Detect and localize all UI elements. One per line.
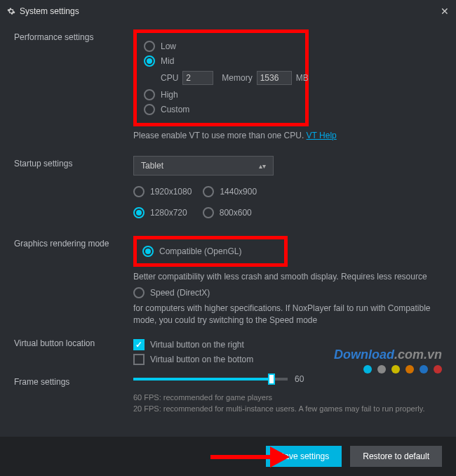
radio-high-label: High [161, 90, 178, 100]
speed-label: Speed (DirectX) [150, 288, 210, 298]
cpu-label: CPU [161, 73, 178, 83]
performance-label: Performance settings [14, 29, 133, 150]
window-title: System settings [20, 6, 79, 16]
memory-label: Memory [222, 73, 252, 83]
compatible-label: Compatible (OpenGL) [159, 246, 241, 256]
radio-res-1920[interactable] [133, 186, 145, 197]
vt-hint: Please enable VT to use more than one CP… [133, 131, 304, 140]
cpu-input[interactable] [182, 71, 213, 85]
radio-low[interactable] [144, 41, 155, 52]
watermark-dot [405, 365, 414, 373]
vb-bottom-label: Virtual button on the bottom [150, 355, 253, 364]
radio-high[interactable] [144, 89, 155, 100]
fps-note-60: 60 FPS: recommended for game players [133, 392, 442, 403]
radio-mid-label: Mid [161, 56, 174, 66]
chevron-updown-icon: ▴▾ [259, 162, 266, 170]
restore-button[interactable]: Restore to default [350, 446, 442, 467]
startup-select[interactable]: Tablet ▴▾ [133, 156, 274, 176]
watermark-dot [434, 365, 442, 373]
startup-selected: Tablet [141, 161, 163, 171]
titlebar: System settings ✕ [0, 0, 456, 22]
virtual-label: Virtual button location [14, 336, 133, 369]
performance-highlight-box: Low Mid CPU Memory MB High [133, 29, 309, 126]
res-1280-label: 1280x720 [150, 208, 187, 218]
watermark-dot [377, 365, 386, 373]
watermark-dot [391, 365, 400, 373]
radio-res-1440[interactable] [203, 186, 214, 197]
watermark-text2: .com.vn [394, 348, 442, 362]
gear-icon [7, 7, 15, 15]
watermark-dots [363, 365, 442, 373]
radio-custom[interactable] [144, 104, 155, 115]
radio-res-1280[interactable] [133, 207, 145, 218]
radio-custom-label: Custom [161, 105, 189, 114]
fps-note-20: 20 FPS: recommended for multi-instance u… [133, 404, 442, 414]
radio-mid[interactable] [144, 55, 155, 67]
startup-label: Startup settings [14, 156, 133, 230]
fps-slider[interactable] [133, 378, 288, 381]
radio-low-label: Low [161, 41, 176, 51]
memory-unit: MB [296, 73, 309, 83]
close-icon[interactable]: ✕ [441, 6, 449, 17]
graphics-label: Graphics rendering mode [14, 236, 133, 330]
save-button[interactable]: Save settings [266, 446, 342, 467]
speed-desc: for computers with higher specifications… [133, 303, 442, 326]
fps-value: 60 [295, 374, 304, 384]
compatible-desc: Better compatibility with less crash and… [133, 271, 442, 283]
radio-compatible[interactable] [142, 246, 154, 257]
graphics-highlight-box: Compatible (OpenGL) [133, 236, 288, 267]
vt-help-link[interactable]: VT Help [307, 131, 337, 140]
checkbox-vb-bottom[interactable] [133, 354, 145, 365]
radio-res-800[interactable] [203, 207, 214, 218]
vb-right-label: Virtual button on the right [150, 340, 244, 350]
radio-speed[interactable] [133, 287, 145, 298]
watermark-dot [420, 365, 428, 373]
checkbox-vb-right[interactable] [133, 339, 145, 350]
watermark: Download.com.vn [334, 348, 442, 373]
res-1920-label: 1920x1080 [150, 187, 192, 197]
slider-thumb[interactable] [268, 373, 275, 385]
res-1440-label: 1440x900 [220, 187, 257, 197]
res-800-label: 800x600 [220, 208, 252, 218]
footer: Save settings Restore to default [0, 437, 456, 476]
frame-label: Frame settings [14, 374, 133, 414]
watermark-text1: Download [334, 348, 394, 362]
memory-input[interactable] [257, 71, 292, 85]
watermark-dot [363, 365, 372, 373]
